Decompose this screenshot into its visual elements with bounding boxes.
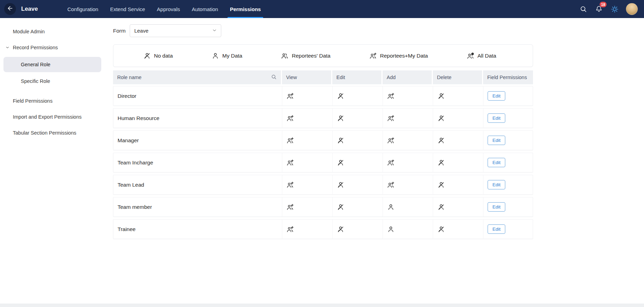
add-permission-cell bbox=[383, 109, 433, 128]
no-data-icon[interactable] bbox=[437, 225, 445, 233]
sidebar-item-label: Import and Export Permissions bbox=[13, 114, 81, 120]
sidebar-item-record-permissions[interactable]: Record Permissions bbox=[0, 40, 108, 56]
field-permissions-edit-button[interactable]: Edit bbox=[488, 224, 505, 234]
column-header-add: Add bbox=[383, 70, 432, 84]
edit-permission-cell bbox=[333, 220, 383, 239]
legend-all-data: All Data bbox=[467, 52, 496, 60]
form-label: Form bbox=[113, 28, 126, 34]
role-name-cell: Trainee bbox=[113, 220, 282, 239]
reportees-my-data-icon[interactable] bbox=[387, 181, 395, 189]
field-permissions-edit-button[interactable]: Edit bbox=[488, 158, 505, 167]
table-row: Team Lead Edit bbox=[113, 175, 533, 195]
topbar: Leave Configuration Extend Service Appro… bbox=[0, 0, 644, 18]
no-data-icon[interactable] bbox=[437, 137, 445, 144]
delete-permission-cell bbox=[433, 86, 483, 105]
gear-icon[interactable] bbox=[610, 5, 619, 13]
no-data-icon[interactable] bbox=[337, 225, 344, 233]
search-icon[interactable] bbox=[579, 5, 587, 13]
edit-permission-cell bbox=[333, 175, 383, 194]
edit-permission-cell bbox=[333, 109, 383, 128]
notifications-bell-icon[interactable]: 18 bbox=[595, 5, 603, 13]
no-data-icon[interactable] bbox=[437, 92, 445, 100]
sidebar-item-module-admin[interactable]: Module Admin bbox=[0, 24, 108, 40]
form-dropdown[interactable]: Leave bbox=[130, 24, 221, 37]
legend-reportees-data: Reportees' Data bbox=[281, 52, 330, 60]
field-permissions-cell: Edit bbox=[483, 131, 533, 150]
sidebar-item-label: Module Admin bbox=[13, 29, 45, 34]
sidebar-item-label: Tabular Section Permissions bbox=[13, 130, 76, 136]
role-name: Team Incharge bbox=[118, 160, 153, 166]
role-name: Human Resource bbox=[118, 115, 160, 121]
field-permissions-edit-button[interactable]: Edit bbox=[488, 91, 505, 101]
reportees-my-data-icon[interactable] bbox=[286, 92, 294, 100]
reportees-my-data-icon[interactable] bbox=[286, 203, 294, 211]
add-permission-cell bbox=[383, 86, 433, 105]
reportees-my-data-icon[interactable] bbox=[387, 137, 395, 144]
delete-permission-cell bbox=[433, 153, 483, 172]
field-permissions-edit-button[interactable]: Edit bbox=[488, 180, 505, 189]
view-permission-cell bbox=[282, 220, 333, 239]
search-icon[interactable] bbox=[271, 74, 277, 81]
my-data-icon[interactable] bbox=[387, 203, 395, 211]
topbar-actions: 18 bbox=[579, 3, 638, 15]
field-permissions-edit-button[interactable]: Edit bbox=[488, 136, 505, 145]
field-permissions-cell: Edit bbox=[483, 197, 533, 216]
view-permission-cell bbox=[282, 109, 333, 128]
table-row: Director Edit bbox=[113, 86, 533, 106]
no-data-icon[interactable] bbox=[437, 159, 445, 167]
table-row: Trainee Edit bbox=[113, 219, 533, 239]
column-header-view: View bbox=[282, 70, 331, 84]
reportees-my-data-icon[interactable] bbox=[387, 159, 395, 167]
tab-approvals[interactable]: Approvals bbox=[151, 0, 186, 18]
tab-automation[interactable]: Automation bbox=[186, 0, 224, 18]
edit-permission-cell bbox=[333, 86, 383, 105]
nav-tabs: Configuration Extend Service Approvals A… bbox=[61, 0, 267, 18]
table-row: Manager Edit bbox=[113, 130, 533, 150]
tab-extend-service[interactable]: Extend Service bbox=[104, 0, 151, 18]
column-header-edit: Edit bbox=[332, 70, 381, 84]
back-button[interactable] bbox=[4, 3, 16, 15]
field-permissions-edit-button[interactable]: Edit bbox=[488, 113, 505, 123]
column-header-label: Role name bbox=[117, 75, 141, 80]
sidebar-item-import-export-permissions[interactable]: Import and Export Permissions bbox=[0, 109, 108, 125]
legend-label: All Data bbox=[478, 53, 496, 59]
legend-no-data: No data bbox=[143, 52, 173, 60]
reportees-my-data-icon[interactable] bbox=[286, 225, 294, 233]
avatar[interactable] bbox=[626, 3, 638, 15]
no-data-icon[interactable] bbox=[437, 114, 445, 122]
column-header-role-name: Role name bbox=[113, 70, 281, 84]
legend-label: Reportees+My Data bbox=[380, 53, 428, 59]
reportees-my-data-icon[interactable] bbox=[286, 159, 294, 167]
no-data-icon[interactable] bbox=[337, 181, 344, 189]
reportees-my-data-icon[interactable] bbox=[387, 92, 395, 100]
column-header-delete: Delete bbox=[433, 70, 482, 84]
my-data-icon bbox=[212, 52, 219, 60]
no-data-icon[interactable] bbox=[337, 159, 344, 167]
legend-label: My Data bbox=[222, 53, 242, 59]
field-permissions-edit-button[interactable]: Edit bbox=[488, 202, 505, 212]
sidebar-item-specific-role[interactable]: Specific Role bbox=[0, 74, 108, 89]
no-data-icon[interactable] bbox=[337, 203, 344, 211]
sidebar-item-tabular-section-permissions[interactable]: Tabular Section Permissions bbox=[0, 125, 108, 141]
reportees-my-data-icon[interactable] bbox=[286, 114, 294, 122]
tab-permissions[interactable]: Permissions bbox=[224, 0, 267, 18]
tab-configuration[interactable]: Configuration bbox=[61, 0, 104, 18]
reportees-my-data-icon[interactable] bbox=[286, 137, 294, 144]
no-data-icon[interactable] bbox=[337, 92, 344, 100]
sidebar-item-general-role[interactable]: General Role bbox=[3, 57, 101, 72]
sidebar-item-field-permissions[interactable]: Field Permissions bbox=[0, 93, 108, 109]
delete-permission-cell bbox=[433, 220, 483, 239]
role-name: Team member bbox=[118, 204, 152, 210]
page-bottom-strip bbox=[0, 304, 644, 307]
no-data-icon[interactable] bbox=[437, 203, 445, 211]
my-data-icon[interactable] bbox=[387, 225, 395, 233]
add-permission-cell bbox=[383, 153, 433, 172]
field-permissions-cell: Edit bbox=[483, 175, 533, 194]
view-permission-cell bbox=[282, 175, 333, 194]
role-name-cell: Director bbox=[113, 86, 282, 105]
no-data-icon[interactable] bbox=[337, 137, 344, 144]
no-data-icon[interactable] bbox=[337, 114, 344, 122]
reportees-my-data-icon[interactable] bbox=[387, 114, 395, 122]
no-data-icon[interactable] bbox=[437, 181, 445, 189]
reportees-my-data-icon[interactable] bbox=[286, 181, 294, 189]
